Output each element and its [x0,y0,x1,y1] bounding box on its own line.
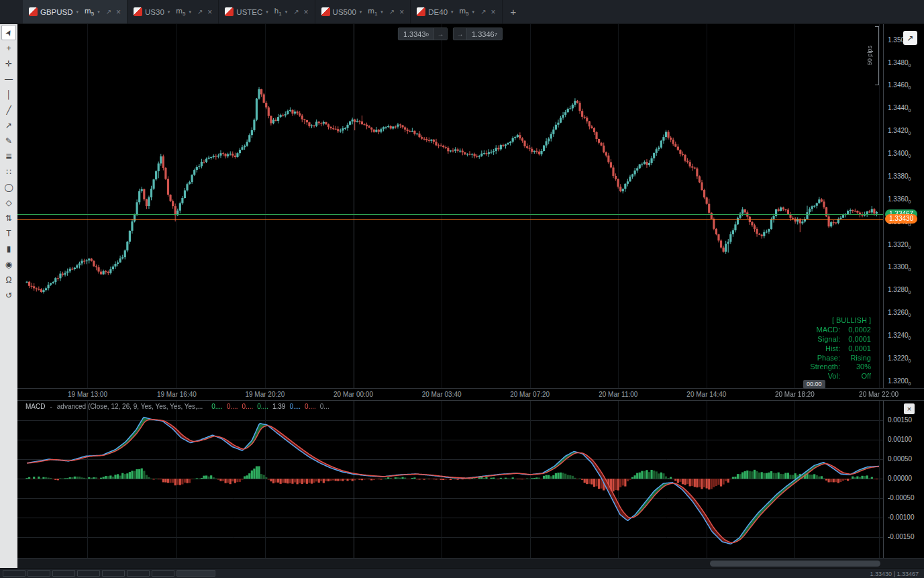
chart-tab-de40[interactable]: DE40▾m5▾↗× [411,0,502,23]
vertical-line-tool[interactable]: │ [1,87,16,102]
chevron-down-icon[interactable]: ▾ [451,9,454,15]
close-tab-icon[interactable]: × [207,7,212,17]
horizontal-scrollbar[interactable] [17,558,924,568]
instrument-icon [225,7,234,16]
sell-quote-button[interactable]: 1.33430→ [398,28,448,40]
cross-move-tool[interactable]: ✛ [1,56,16,71]
status-segment[interactable] [127,570,150,577]
chevron-down-icon[interactable]: ▾ [189,9,191,15]
fibonacci-tool[interactable]: ≣ [1,148,16,164]
vertical-line-tool-icon: │ [6,91,11,99]
grid-tool[interactable]: ∷ [1,164,16,179]
indicator-name: MACD [25,403,45,410]
close-indicator-button[interactable]: × [904,403,915,414]
buy-quote-button[interactable]: →1.33467 [453,28,503,40]
timeframe-label[interactable]: m5 [85,7,94,17]
chevron-down-icon[interactable]: ▾ [266,9,268,15]
popout-icon[interactable]: ↗ [389,8,395,15]
status-segment[interactable] [52,570,75,577]
price-sub-digit: 0 [909,245,911,250]
readout-value: 0,0002 [840,326,871,335]
timeframe-label[interactable]: m1 [368,7,377,17]
chevron-down-icon[interactable]: ▾ [168,9,170,15]
popout-icon[interactable]: ↗ [106,8,111,15]
ask-arrow-icon[interactable]: → [454,28,467,40]
macd-header: MACD - advanced (Close, 12, 26, 9, Yes, … [25,403,329,410]
close-tab-icon[interactable]: × [399,7,404,17]
pointer-tool[interactable]: ➤ [1,25,16,40]
macd-canvas[interactable] [17,401,883,558]
bid-arrow-icon[interactable]: → [433,28,447,40]
chart-tab-ustec[interactable]: USTEC▾h1▾↗× [219,0,315,23]
chevron-down-icon[interactable]: ▾ [380,9,383,15]
status-segment[interactable] [28,570,50,577]
indicator-value: 0.... [257,403,268,410]
alert-tool[interactable]: Ω [1,272,16,287]
status-segment[interactable] [77,570,100,577]
readout-row: Strength : 30% [802,363,871,372]
close-tab-icon[interactable]: × [491,7,496,17]
trend-line-tool[interactable]: ╱ [1,102,16,117]
chart-tab-us30[interactable]: US30▾m5▾↗× [127,0,219,23]
readout-label: Phase [802,354,838,363]
horizontal-line-tool-icon: ― [5,75,13,83]
chart-tab-gbpusd[interactable]: GBPUSD▾m5▾↗× [23,0,127,23]
timeframe-label[interactable]: m5 [176,7,185,17]
text-tool[interactable]: T [1,226,16,241]
pointer-tool-icon: ➤ [3,28,13,38]
time-axis-label: 20 Mar 14:40 [686,391,726,398]
indicator-value: 0.... [227,403,238,410]
popout-icon[interactable]: ↗ [480,8,486,15]
history-tool-icon: ↺ [5,291,12,299]
tab-symbol-label: GBPUSD [40,8,73,16]
price-sub-digit: 0 [909,290,911,295]
timeframe-unit: m [460,7,466,15]
status-segment[interactable] [102,570,125,577]
ray-line-tool[interactable]: ↗ [1,117,16,133]
price-axis[interactable]: 1.350001.348001.346001.344001.342001.340… [883,24,924,558]
pencil-tool[interactable]: ✎ [1,133,16,148]
candlestick-canvas[interactable] [17,24,883,388]
price-sub-digit: 0 [909,85,911,90]
chevron-down-icon[interactable]: ▾ [472,9,475,15]
chevron-down-icon[interactable]: ▾ [76,9,79,15]
ellipse-tool[interactable]: ◇ [1,195,16,210]
close-tab-icon[interactable]: × [116,7,121,17]
timeframe-label[interactable]: m5 [460,7,469,17]
status-segment[interactable] [152,570,174,577]
price-chart-region[interactable]: 1.33430→→1.33467 50 pips [ BULLISH ] MAC… [17,24,883,388]
new-chart-button[interactable]: + [503,0,525,23]
time-axis-label: 19 Mar 13:00 [68,391,107,398]
chevron-down-icon[interactable]: ▾ [97,9,100,15]
status-segment[interactable] [176,570,215,577]
status-segment[interactable] [3,570,25,577]
detach-chart-icon[interactable]: ↗ [903,31,917,45]
cross-move-tool-icon: ✛ [5,60,12,68]
screenshot-tool[interactable]: ◉ [1,256,16,272]
indicator-value: 0.... [211,403,223,410]
shapes-tool-icon: ◯ [4,183,13,191]
chevron-down-icon[interactable]: ▾ [285,9,288,15]
popout-icon[interactable]: ↗ [197,8,203,15]
close-tab-icon[interactable]: × [304,7,309,17]
time-axis[interactable]: 19 Mar 13:0019 Mar 16:4019 Mar 20:2020 M… [17,388,924,401]
chevron-down-icon[interactable]: ▾ [360,9,362,15]
rectangle-tool[interactable]: ▮ [1,241,16,256]
horizontal-line-tool[interactable]: ― [1,71,16,87]
popout-icon[interactable]: ↗ [293,8,299,15]
timeframe-label[interactable]: h1 [274,7,282,17]
arrows-tool[interactable]: ⇅ [1,210,16,226]
price-axis-label: 1.32200 [888,354,911,363]
history-tool[interactable]: ↺ [1,287,16,303]
price-main: 1.3460 [888,81,909,89]
status-quote-text: 1.33430 | 1.33467 [870,571,919,577]
shapes-tool[interactable]: ◯ [1,179,16,195]
price-axis-label: 1.33600 [888,195,911,204]
ellipse-tool-icon: ◇ [5,199,11,207]
position-price-line[interactable] [17,219,883,220]
chart-tab-us500[interactable]: US500▾m1▾↗× [315,0,411,23]
scrollbar-thumb[interactable] [710,561,880,567]
crosshair-tool[interactable]: + [1,40,16,56]
screenshot-tool-icon: ◉ [5,260,12,269]
macd-indicator-panel[interactable]: MACD - advanced (Close, 12, 26, 9, Yes, … [17,401,883,558]
